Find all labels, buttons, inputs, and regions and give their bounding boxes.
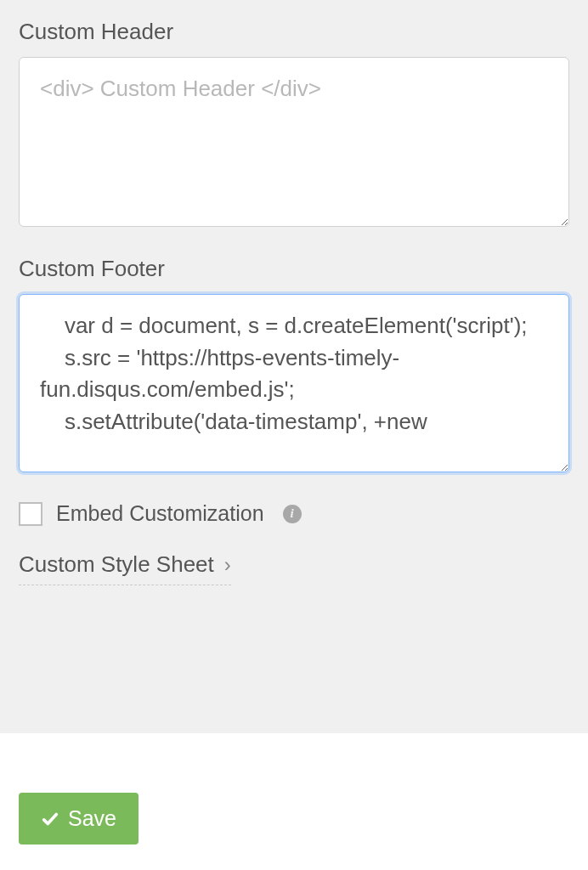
save-button[interactable]: Save [19,793,139,845]
check-icon [41,810,59,828]
custom-style-sheet-toggle[interactable]: Custom Style Sheet › [19,551,231,585]
chevron-right-icon: › [224,553,231,577]
embed-customization-row[interactable]: Embed Customization i [19,501,569,526]
embed-customization-label: Embed Customization [56,501,264,526]
custom-header-input[interactable] [19,57,569,227]
custom-footer-group: Custom Footer [19,256,569,476]
custom-header-label: Custom Header [19,19,569,45]
custom-style-sheet-label: Custom Style Sheet [19,551,214,578]
actions-bar: Save [0,733,588,870]
info-icon[interactable]: i [283,505,302,523]
custom-footer-label: Custom Footer [19,256,569,282]
custom-footer-input[interactable] [19,294,569,472]
embed-customization-checkbox[interactable] [19,502,42,526]
save-button-label: Save [68,806,116,831]
custom-header-group: Custom Header [19,19,569,230]
